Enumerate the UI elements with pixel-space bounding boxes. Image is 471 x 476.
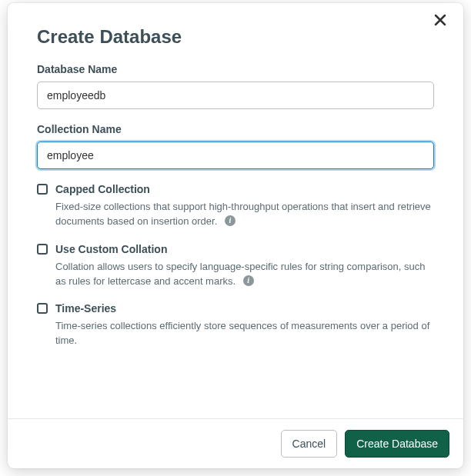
close-icon[interactable] — [434, 14, 449, 29]
capped-collection-desc: Fixed-size collections that support high… — [55, 200, 433, 229]
time-series-checkbox[interactable] — [37, 303, 48, 314]
create-database-button[interactable]: Create Database — [345, 430, 449, 458]
database-name-input[interactable] — [37, 82, 434, 109]
capped-collection-option: Capped Collection Fixed-size collections… — [37, 183, 434, 229]
database-name-field: Database Name — [37, 63, 434, 109]
info-icon[interactable]: i — [243, 275, 254, 286]
time-series-desc: Time-series collections efficiently stor… — [55, 319, 433, 348]
time-series-option: Time-Series Time-series collections effi… — [37, 302, 434, 348]
info-icon[interactable]: i — [225, 215, 236, 226]
custom-collation-checkbox[interactable] — [37, 244, 48, 255]
modal-title: Create Database — [37, 26, 434, 48]
modal-body: Create Database Database Name Collection… — [8, 3, 463, 418]
collection-name-label: Collection Name — [37, 123, 434, 135]
modal-footer: Cancel Create Database — [8, 418, 463, 468]
cancel-button[interactable]: Cancel — [281, 430, 338, 458]
collection-name-input[interactable] — [37, 141, 434, 169]
custom-collation-desc: Collation allows users to specify langua… — [55, 260, 433, 289]
database-name-label: Database Name — [37, 63, 434, 75]
capped-collection-title: Capped Collection — [55, 183, 150, 195]
collection-name-field: Collection Name — [37, 123, 434, 169]
custom-collation-option: Use Custom Collation Collation allows us… — [37, 243, 434, 289]
time-series-title: Time-Series — [55, 302, 116, 315]
create-database-modal: Create Database Database Name Collection… — [8, 3, 463, 468]
custom-collation-title: Use Custom Collation — [55, 243, 167, 255]
capped-collection-checkbox[interactable] — [37, 184, 48, 195]
